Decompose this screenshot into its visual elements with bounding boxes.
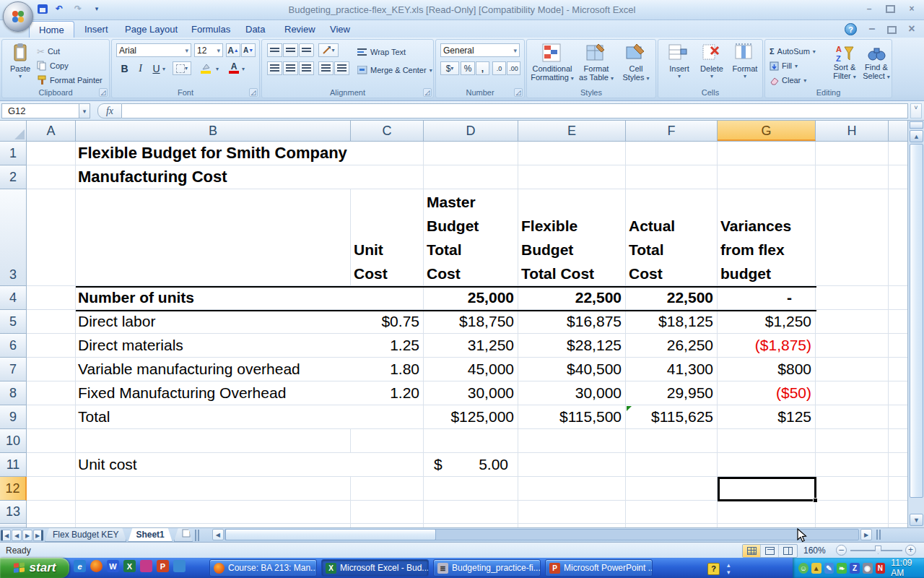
chevron-down-icon[interactable]: ▾ (513, 47, 517, 54)
cell[interactable]: 25,000 (424, 286, 518, 309)
chevron-down-icon[interactable]: ▾ (185, 47, 188, 54)
cell[interactable] (27, 286, 76, 309)
tab-home[interactable]: Home (29, 21, 74, 38)
tray-icon-n[interactable]: N (876, 563, 886, 574)
column-header-partial[interactable] (889, 121, 907, 141)
cell[interactable] (816, 381, 889, 405)
task-button-excel[interactable]: X Microsoft Excel - Bud... (321, 559, 429, 577)
cell[interactable]: Direct labor (76, 310, 351, 333)
cell[interactable] (816, 429, 889, 452)
row-header-12[interactable]: 12 (0, 477, 27, 501)
cell[interactable] (816, 358, 889, 381)
orientation-button[interactable]: ▾ (318, 43, 339, 57)
expand-formula-bar-icon[interactable]: ˅ (910, 103, 922, 118)
header-master-budget[interactable]: MasterBudgetTotalCost (424, 189, 518, 285)
vertical-split-handle[interactable] (910, 121, 923, 129)
name-box-dropdown-icon[interactable]: ▾ (79, 103, 90, 118)
column-header-a[interactable]: A (27, 121, 76, 141)
cell[interactable] (27, 405, 76, 428)
close-button[interactable]: × (905, 4, 918, 14)
copy-button[interactable]: Copy (37, 59, 69, 73)
column-header-h[interactable]: H (816, 121, 889, 141)
cell[interactable] (351, 429, 424, 452)
paste-dropdown-icon[interactable]: ▾ (19, 73, 22, 79)
cell[interactable] (889, 286, 907, 309)
last-sheet-icon[interactable]: ▶ (33, 530, 43, 541)
cut-button[interactable]: ✂ Cut (37, 44, 60, 59)
tab-review[interactable]: Review (275, 21, 325, 38)
cell[interactable] (76, 429, 351, 452)
horizontal-scrollbar[interactable]: ◀ ▶ (203, 529, 923, 541)
cell[interactable]: 45,000 (424, 358, 518, 381)
scroll-down-icon[interactable]: ▼ (910, 514, 923, 526)
cell[interactable] (76, 477, 351, 500)
cell[interactable]: $0.75 (351, 310, 424, 333)
tray-icon-z[interactable]: Z (850, 563, 860, 574)
help-icon[interactable]: ? (845, 23, 857, 35)
zoom-in-button[interactable]: + (905, 545, 916, 556)
cell[interactable] (424, 429, 518, 452)
grow-font-button[interactable]: A▲ (226, 43, 240, 57)
minimize-button[interactable]: – (863, 4, 876, 14)
cell[interactable]: Fixed Manufacturing Overhead (76, 381, 351, 405)
cell[interactable]: - (718, 286, 816, 309)
cell[interactable] (889, 501, 907, 523)
cell[interactable]: 1.20 (351, 381, 424, 405)
cell-b1[interactable]: Flexible Budget for Smith Company (76, 142, 351, 165)
tray-icon-blue[interactable]: ✎ (824, 563, 834, 574)
cell[interactable] (889, 334, 907, 357)
sort-filter-button[interactable]: AZ Sort &Filter ▾ (829, 44, 860, 82)
vertical-scroll-thumb[interactable] (910, 144, 923, 498)
cell[interactable] (718, 165, 816, 189)
insert-worksheet-tab[interactable] (174, 528, 193, 542)
column-header-d[interactable]: D (424, 121, 518, 141)
cell[interactable] (351, 501, 424, 523)
cell[interactable] (27, 334, 76, 357)
cell[interactable] (626, 477, 718, 500)
percent-style-button[interactable]: % (461, 61, 475, 75)
header-actual-total[interactable]: ActualTotalCost (626, 189, 718, 285)
column-header-g[interactable]: G (718, 121, 816, 141)
cell[interactable] (27, 142, 76, 165)
wrap-text-button[interactable]: Wrap Text (357, 45, 406, 59)
header-variances[interactable]: Variancesfrom flexbudget (718, 189, 816, 285)
font-color-button[interactable]: A (226, 61, 242, 75)
cell[interactable] (27, 429, 76, 452)
cell[interactable] (518, 429, 626, 452)
office-button[interactable] (3, 1, 33, 32)
powerpoint-icon[interactable]: P (157, 560, 169, 572)
alignment-dialog-launcher[interactable]: ◿ (423, 88, 432, 97)
column-header-e[interactable]: E (518, 121, 626, 141)
borders-button[interactable]: ▾ (173, 61, 191, 75)
align-middle-button[interactable] (283, 43, 298, 57)
fill-color-button[interactable] (196, 61, 216, 75)
cell[interactable]: Variable manufacturing overhead (76, 358, 351, 381)
tray-icon-gray[interactable]: ◉ (863, 563, 873, 574)
fill-handle[interactable] (813, 498, 818, 503)
cell[interactable] (816, 310, 889, 333)
row-header-2[interactable]: 2 (0, 165, 27, 189)
tab-formulas[interactable]: Formulas (182, 21, 240, 38)
page-break-view-button[interactable] (779, 545, 797, 557)
cell[interactable] (889, 405, 907, 428)
fill-color-dropdown-icon[interactable]: ▾ (216, 66, 219, 72)
cell[interactable] (27, 165, 76, 189)
cell[interactable] (27, 310, 76, 333)
cell[interactable] (626, 453, 718, 476)
italic-button[interactable]: I (134, 61, 147, 75)
cell[interactable]: Direct materials (76, 334, 351, 357)
cell[interactable] (351, 453, 424, 476)
comma-style-button[interactable]: , (476, 61, 489, 75)
insert-cells-button[interactable]: Insert ▾ (664, 43, 694, 79)
cell[interactable] (816, 165, 889, 189)
row-header-3[interactable]: 3 (0, 189, 27, 286)
select-all-corner[interactable] (0, 121, 27, 141)
row-header-4[interactable]: 4 (0, 286, 27, 310)
cell[interactable] (626, 501, 718, 523)
number-dialog-launcher[interactable]: ◿ (514, 88, 523, 97)
zoom-level[interactable]: 160% (803, 545, 826, 556)
align-left-button[interactable] (267, 61, 282, 75)
firefox-icon[interactable] (90, 560, 103, 572)
excel-icon[interactable]: X (123, 560, 136, 572)
cell[interactable]: 30,000 (518, 381, 626, 405)
